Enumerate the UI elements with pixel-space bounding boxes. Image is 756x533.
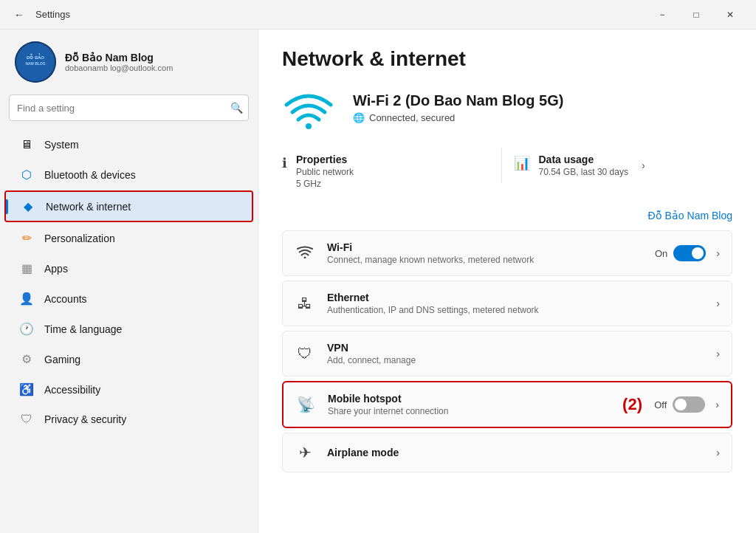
wifi-toggle[interactable] [673, 245, 706, 261]
sidebar-item-label: Time & language [44, 323, 122, 335]
wifi-row-text: Wi-Fi Connect, manage known networks, me… [327, 241, 655, 265]
window-controls: − □ ✕ [645, 3, 747, 27]
prop-text-properties: Properties Public network 5 GHz [296, 154, 354, 189]
wifi-row-title: Wi-Fi [327, 241, 655, 253]
sidebar-item-label: Accounts [44, 293, 87, 305]
avatar-image: ĐỖ BẢO NAM BLOG [15, 41, 56, 83]
gaming-icon: ⚙ [19, 352, 34, 366]
sidebar-item-apps[interactable]: ▦ Apps [4, 254, 253, 283]
setting-row-airplane[interactable]: ✈ Airplane mode › [282, 433, 732, 472]
properties-block[interactable]: ℹ Properties Public network 5 GHz [282, 148, 501, 195]
wifi-status: 🌐 Connected, secured [353, 112, 563, 123]
vpn-row-text: VPN Add, connect, manage [327, 342, 712, 365]
wifi-info: Wi-Fi 2 (Do Bao Nam Blog 5G) 🌐 Connected… [353, 92, 563, 123]
airplane-row-text: Airplane mode [327, 447, 712, 458]
back-button[interactable]: ← [9, 4, 30, 25]
sidebar-item-accessibility[interactable]: ♿ Accessibility [4, 375, 253, 404]
minimize-button[interactable]: − [645, 3, 679, 27]
hotspot-row-text: Mobile hotspot Share your internet conne… [328, 393, 654, 416]
wifi-row-icon [295, 245, 315, 262]
sidebar-item-label: Personalization [44, 233, 115, 244]
privacy-icon: 🛡 [19, 413, 34, 426]
main-container: ĐỖ BẢO NAM BLOG Đỗ Bảo Nam Blog dobaonam… [0, 30, 756, 533]
wifi-chevron: › [716, 247, 720, 259]
sidebar-item-system[interactable]: 🖥 System [4, 131, 253, 159]
data-usage-chevron: › [642, 159, 645, 171]
vpn-title: VPN [327, 342, 712, 354]
sidebar-item-label: Gaming [44, 354, 80, 365]
profile-section: ĐỖ BẢO NAM BLOG Đỗ Bảo Nam Blog dobaonam… [0, 30, 258, 92]
profile-info: Đỗ Bảo Nam Blog dobaonamb log@outlook.co… [65, 52, 173, 72]
sidebar-item-label: Privacy & security [44, 413, 126, 425]
sidebar-item-bluetooth[interactable]: ⬡ Bluetooth & devices [4, 160, 253, 189]
close-button[interactable]: ✕ [713, 3, 747, 27]
properties-label: Properties [296, 154, 354, 165]
prop-text-datausage: Data usage 70.54 GB, last 30 days [539, 154, 628, 177]
accounts-icon: 👤 [19, 292, 34, 306]
search-button[interactable]: 🔍 [230, 102, 243, 114]
titlebar: ← Settings − □ ✕ [0, 0, 756, 30]
setting-row-vpn[interactable]: 🛡 VPN Add, connect, manage › [282, 331, 732, 376]
sidebar-item-time[interactable]: 🕐 Time & language [4, 314, 253, 343]
back-icon: ← [14, 9, 24, 21]
setting-row-wifi[interactable]: Wi-Fi Connect, manage known networks, me… [282, 230, 732, 276]
hotspot-desc: Share your internet connection [328, 406, 654, 416]
personalization-icon: ✏ [19, 231, 34, 245]
vpn-icon: 🛡 [295, 345, 315, 362]
sidebar-item-privacy[interactable]: 🛡 Privacy & security [4, 405, 253, 433]
airplane-row-right: › [712, 447, 720, 458]
hotspot-toggle[interactable] [673, 396, 705, 413]
ethernet-title: Ethernet [327, 292, 712, 303]
vpn-row-right: › [712, 348, 720, 360]
airplane-chevron: › [716, 447, 720, 458]
wifi-hero: Wi-Fi 2 (Do Bao Nam Blog 5G) 🌐 Connected… [282, 86, 732, 130]
wifi-row-desc: Connect, manage known networks, metered … [327, 255, 655, 265]
app-title: Settings [35, 9, 70, 20]
hotspot-chevron: › [715, 399, 719, 410]
system-icon: 🖥 [19, 138, 34, 151]
blog-link[interactable]: Đỗ Bảo Nam Blog [282, 210, 732, 221]
search-input[interactable] [9, 94, 249, 121]
data-usage-label: Data usage [539, 154, 628, 165]
ethernet-row-text: Ethernet Authentication, IP and DNS sett… [327, 292, 712, 315]
sidebar-item-label: Bluetooth & devices [44, 169, 136, 181]
accessibility-icon: ♿ [19, 382, 34, 396]
page-title: Network & internet [282, 47, 732, 71]
svg-point-5 [304, 256, 306, 258]
wifi-toggle-label: On [655, 248, 667, 259]
sidebar-item-network[interactable]: ◆ Network & internet [6, 192, 252, 221]
profile-email: dobaonamb log@outlook.com [65, 63, 173, 72]
data-usage-block[interactable]: 📊 Data usage 70.54 GB, last 30 days › [501, 148, 733, 183]
setting-row-hotspot[interactable]: 📡 Mobile hotspot Share your internet con… [282, 381, 732, 428]
sidebar-item-gaming[interactable]: ⚙ Gaming [4, 345, 253, 374]
ethernet-desc: Authentication, IP and DNS settings, met… [327, 305, 712, 315]
properties-detail2: 5 GHz [296, 179, 354, 189]
search-box: 🔍 [9, 94, 249, 121]
sidebar-item-label: Network & internet [46, 201, 131, 213]
data-usage-icon: 📊 [514, 155, 530, 171]
hotspot-title: Mobile hotspot [328, 393, 654, 405]
sidebar: ĐỖ BẢO NAM BLOG Đỗ Bảo Nam Blog dobaonam… [0, 30, 258, 533]
wifi-status-text: Connected, secured [369, 112, 455, 123]
setting-row-ethernet[interactable]: 🖧 Ethernet Authentication, IP and DNS se… [282, 281, 732, 326]
maximize-button[interactable]: □ [679, 3, 713, 27]
ethernet-row-right: › [712, 298, 720, 309]
hotspot-row-right: Off › [654, 396, 719, 413]
content-area: Network & internet Wi-Fi 2 (Do Bao Nam B… [258, 30, 756, 533]
svg-point-4 [306, 123, 312, 129]
data-usage-detail: 70.54 GB, last 30 days [539, 167, 628, 177]
sidebar-item-accounts[interactable]: 👤 Accounts [4, 284, 253, 313]
ethernet-icon: 🖧 [295, 295, 315, 312]
time-icon: 🕐 [19, 322, 34, 336]
svg-text:NAM BLOG: NAM BLOG [25, 61, 45, 66]
properties-row: ℹ Properties Public network 5 GHz 📊 Data… [282, 148, 732, 195]
info-icon: ℹ [282, 155, 287, 171]
network-icon: ◆ [21, 199, 35, 213]
avatar: ĐỖ BẢO NAM BLOG [15, 41, 56, 83]
wifi-row-right: On › [655, 245, 720, 261]
sidebar-item-label: Apps [44, 263, 68, 275]
wifi-name: Wi-Fi 2 (Do Bao Nam Blog 5G) [353, 92, 563, 109]
annotation-2: (2) [622, 395, 642, 414]
vpn-desc: Add, connect, manage [327, 355, 712, 365]
sidebar-item-personalization[interactable]: ✏ Personalization [4, 224, 253, 252]
